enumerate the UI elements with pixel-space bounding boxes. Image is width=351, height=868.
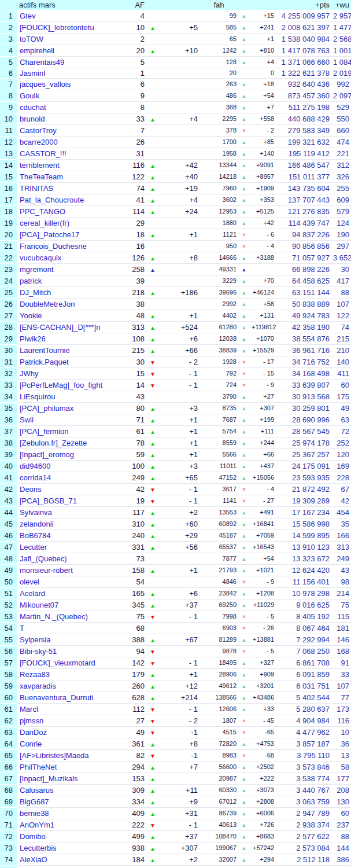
fah-delta: +307 <box>250 403 276 414</box>
player-name[interactable]: AleXiaO <box>17 854 119 866</box>
player-name[interactable]: empirehell <box>17 45 119 57</box>
player-name[interactable]: [FOUCK]_lebretontetu <box>17 22 119 34</box>
player-name[interactable]: Buenaventura_Durruti <box>17 692 119 704</box>
player-name[interactable]: Marcl <box>17 704 119 715</box>
table-row: 6JasminI12001 322 621 3782 019 <box>0 68 351 79</box>
af-value: 499 <box>119 831 146 843</box>
player-name[interactable]: [PcPerfLeMag]_foo_fight <box>17 380 119 391</box>
player-name[interactable]: [PCA]_fermion <box>17 426 119 437</box>
player-name[interactable]: Mikounet07 <box>17 599 119 611</box>
player-name[interactable]: Patrick.Paquet <box>17 356 119 368</box>
trend-up-icon: ▲ <box>150 543 156 553</box>
player-name[interactable]: Sylvainva <box>17 507 119 518</box>
af-delta: -1 <box>159 727 199 738</box>
player-name[interactable]: brunold <box>17 113 119 125</box>
player-name[interactable]: Rezaa83 <box>17 669 119 681</box>
player-name[interactable]: Calusarus <box>17 785 119 796</box>
af-value: 310 <box>119 518 146 530</box>
player-name[interactable]: Tipiak88 <box>17 866 119 868</box>
player-name[interactable]: PhilTheNet <box>17 762 119 773</box>
player-name[interactable]: Gouik <box>17 90 119 102</box>
player-name[interactable]: patrick <box>17 275 119 287</box>
player-name[interactable]: BoB6784 <box>17 530 119 542</box>
player-name[interactable]: terriblement <box>17 160 119 171</box>
player-name[interactable]: did94600 <box>17 461 119 472</box>
player-name[interactable]: Francois_Duchesne <box>17 241 119 252</box>
fah-trend-up: ▲ <box>238 854 250 866</box>
player-name[interactable]: [Inpact]_eromog <box>17 449 119 461</box>
af-delta: +37 <box>159 599 199 611</box>
player-name[interactable]: TRINITAS <box>17 183 119 194</box>
player-name[interactable]: Conrie <box>17 738 119 750</box>
fah-delta: +558 <box>250 113 276 125</box>
fah-value: 1242 <box>199 45 238 57</box>
player-name[interactable]: [AF>Libristes]Maeda <box>17 750 119 762</box>
pts-value: 3 440 767 <box>276 785 331 796</box>
player-name[interactable]: [ENS-CACHAN]_D[***]n <box>17 322 119 333</box>
pts-value: 13 323 672 <box>276 553 331 565</box>
af-value: 75 <box>119 611 146 623</box>
player-name[interactable]: [PCA]_Patoche17 <box>17 229 119 241</box>
trend-up-icon: ▲ <box>242 543 247 553</box>
player-name[interactable]: LiEsquirou <box>17 391 119 403</box>
fah-value: 12953 <box>199 206 238 218</box>
player-name[interactable]: Acelard <box>17 588 119 599</box>
player-name[interactable]: xavparadis <box>17 681 119 692</box>
trend-up-icon: ▲ <box>150 740 156 749</box>
player-name[interactable]: Bibi-sky-51 <box>17 646 119 657</box>
player-name[interactable]: bcarre2000 <box>17 137 119 148</box>
player-name[interactable]: TheTeaTeam <box>17 171 119 183</box>
player-name[interactable]: Domibo <box>17 831 119 843</box>
player-name[interactable]: [PCA]_philumax <box>17 403 119 414</box>
player-name[interactable]: Charentais49 <box>17 57 119 68</box>
player-name[interactable]: Gtev <box>17 10 119 22</box>
player-name[interactable]: monsieur-robert <box>17 565 119 576</box>
player-name[interactable]: [PCA]_BGSB_71 <box>17 495 119 507</box>
player-name[interactable]: corrida14 <box>17 472 119 484</box>
player-name[interactable]: LaurentTournie <box>17 345 119 356</box>
player-name[interactable]: DoubleMetreJon <box>17 299 119 310</box>
pts-value: 3 538 774 <box>276 773 331 785</box>
player-name[interactable]: DanDoz <box>17 727 119 738</box>
player-name[interactable]: Jafi_(Quebec) <box>17 553 119 565</box>
player-name[interactable]: [FOUCK]_vieuxmotard <box>17 657 119 669</box>
player-name[interactable]: T <box>17 623 119 634</box>
player-name[interactable]: DJ_Mitch <box>17 287 119 299</box>
player-name[interactable]: AnOnYm1 <box>17 819 119 831</box>
trend-up-icon: ▲ <box>242 659 247 668</box>
player-name[interactable]: Sylpersia <box>17 634 119 646</box>
player-name[interactable]: cduchat <box>17 102 119 113</box>
pts-value: 15 586 998 <box>276 518 331 530</box>
table-row: 25DJ_Mitch218▲+18639696▲+4612463 151 144… <box>0 287 351 299</box>
af-trend-up: ▲ <box>146 461 159 472</box>
player-name[interactable]: Piwik26 <box>17 333 119 345</box>
trend-down-icon: ▼ <box>150 358 156 367</box>
player-name[interactable]: Pat_la_Choucroute <box>17 194 119 206</box>
player-name[interactable]: Lecutterbis <box>17 843 119 854</box>
trend-up-icon: ▲ <box>242 508 247 518</box>
player-name[interactable]: JasminI <box>17 68 119 79</box>
player-name[interactable]: BigG687 <box>17 796 119 808</box>
player-name[interactable]: Deons <box>17 484 119 495</box>
player-name[interactable]: [Zebulon.fr]_Zezette <box>17 437 119 449</box>
player-name[interactable]: CastorTroy <box>17 125 119 137</box>
player-name[interactable]: Yookie <box>17 310 119 322</box>
player-name[interactable]: Martin_N._(Quebec) <box>17 611 119 623</box>
player-name[interactable]: jacques_vallois <box>17 79 119 90</box>
player-name[interactable]: [Inpact]_Muzikals <box>17 773 119 785</box>
rank-cell: 55 <box>0 634 17 646</box>
player-name[interactable]: Swii <box>17 414 119 426</box>
player-name[interactable]: CASSTOR_!!! <box>17 148 119 160</box>
player-name[interactable]: Lecutter <box>17 542 119 553</box>
player-name[interactable]: bernie38 <box>17 808 119 819</box>
player-name[interactable]: zelandonii <box>17 518 119 530</box>
player-name[interactable]: toTOW <box>17 34 119 45</box>
player-name[interactable]: cereal_killer(fr) <box>17 218 119 229</box>
table-row: 45zelandonii310▲+6060892▲+1684115 586 99… <box>0 518 351 530</box>
player-name[interactable]: PPC_TANGO <box>17 206 119 218</box>
player-name[interactable]: vucubcaquix <box>17 252 119 264</box>
player-name[interactable]: JWhy <box>17 368 119 380</box>
player-name[interactable]: olevel <box>17 576 119 588</box>
player-name[interactable]: pjmssn <box>17 715 119 727</box>
player-name[interactable]: mgremont <box>17 264 119 275</box>
